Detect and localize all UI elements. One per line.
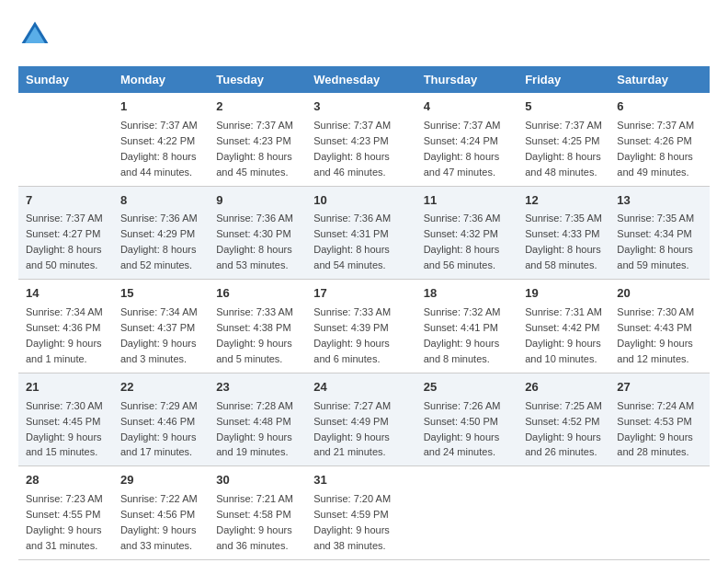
- day-number: 23: [216, 379, 299, 396]
- day-info: Sunrise: 7:34 AMSunset: 4:37 PMDaylight:…: [120, 306, 198, 364]
- week-row-5: 28 Sunrise: 7:23 AMSunset: 4:55 PMDaylig…: [18, 466, 710, 560]
- day-number: 15: [120, 285, 201, 303]
- day-number: 13: [617, 192, 702, 210]
- calendar-cell: 13 Sunrise: 7:35 AMSunset: 4:34 PMDaylig…: [609, 186, 710, 280]
- day-number: 8: [120, 192, 201, 210]
- day-number: 31: [313, 472, 408, 489]
- day-info: Sunrise: 7:22 AMSunset: 4:56 PMDaylight:…: [120, 493, 198, 551]
- day-number: 16: [216, 285, 299, 303]
- day-info: Sunrise: 7:26 AMSunset: 4:50 PMDaylight:…: [424, 400, 501, 458]
- day-info: Sunrise: 7:37 AMSunset: 4:25 PMDaylight:…: [525, 120, 602, 178]
- column-header-tuesday: Tuesday: [209, 66, 306, 93]
- calendar-cell: 12 Sunrise: 7:35 AMSunset: 4:33 PMDaylig…: [518, 186, 609, 280]
- calendar-cell: 16 Sunrise: 7:33 AMSunset: 4:38 PMDaylig…: [209, 280, 306, 373]
- week-row-1: 1 Sunrise: 7:37 AMSunset: 4:22 PMDayligh…: [18, 93, 710, 186]
- day-number: 17: [313, 285, 408, 303]
- page-header: [18, 18, 710, 52]
- calendar-cell: 4 Sunrise: 7:37 AMSunset: 4:24 PMDayligh…: [416, 93, 518, 186]
- calendar-cell: 11 Sunrise: 7:36 AMSunset: 4:32 PMDaylig…: [416, 186, 518, 280]
- column-header-wednesday: Wednesday: [306, 66, 415, 93]
- day-number: 18: [424, 285, 511, 303]
- day-number: 6: [617, 98, 702, 116]
- calendar-cell: 27 Sunrise: 7:24 AMSunset: 4:53 PMDaylig…: [609, 373, 710, 466]
- day-number: 28: [26, 472, 106, 489]
- day-info: Sunrise: 7:35 AMSunset: 4:34 PMDaylight:…: [617, 213, 694, 270]
- calendar-cell: 2 Sunrise: 7:37 AMSunset: 4:23 PMDayligh…: [209, 93, 306, 186]
- calendar-cell: 20 Sunrise: 7:30 AMSunset: 4:43 PMDaylig…: [609, 280, 710, 373]
- day-info: Sunrise: 7:36 AMSunset: 4:32 PMDaylight:…: [424, 213, 501, 270]
- day-info: Sunrise: 7:33 AMSunset: 4:39 PMDaylight:…: [313, 306, 391, 364]
- day-info: Sunrise: 7:37 AMSunset: 4:22 PMDaylight:…: [120, 120, 198, 178]
- day-info: Sunrise: 7:37 AMSunset: 4:24 PMDaylight:…: [424, 120, 501, 178]
- day-number: 20: [617, 285, 702, 303]
- calendar-cell: 29 Sunrise: 7:22 AMSunset: 4:56 PMDaylig…: [113, 466, 209, 560]
- day-info: Sunrise: 7:37 AMSunset: 4:23 PMDaylight:…: [216, 120, 293, 178]
- day-number: 26: [525, 379, 602, 396]
- calendar-cell: [518, 466, 609, 560]
- calendar-cell: 15 Sunrise: 7:34 AMSunset: 4:37 PMDaylig…: [113, 280, 209, 373]
- day-info: Sunrise: 7:33 AMSunset: 4:38 PMDaylight:…: [216, 306, 293, 364]
- day-info: Sunrise: 7:37 AMSunset: 4:27 PMDaylight:…: [26, 213, 103, 270]
- day-info: Sunrise: 7:20 AMSunset: 4:59 PMDaylight:…: [313, 493, 391, 551]
- calendar-cell: [609, 466, 710, 560]
- week-row-2: 7 Sunrise: 7:37 AMSunset: 4:27 PMDayligh…: [18, 186, 710, 280]
- calendar-cell: [416, 466, 518, 560]
- day-number: 3: [313, 98, 408, 116]
- day-info: Sunrise: 7:25 AMSunset: 4:52 PMDaylight:…: [525, 400, 602, 458]
- day-info: Sunrise: 7:30 AMSunset: 4:43 PMDaylight:…: [617, 306, 694, 364]
- day-number: 11: [424, 192, 511, 210]
- calendar-cell: 24 Sunrise: 7:27 AMSunset: 4:49 PMDaylig…: [306, 373, 415, 466]
- day-number: 2: [216, 98, 299, 116]
- day-number: 30: [216, 472, 299, 489]
- day-number: 12: [525, 192, 602, 210]
- day-info: Sunrise: 7:34 AMSunset: 4:36 PMDaylight:…: [26, 306, 103, 364]
- day-number: 19: [525, 285, 602, 303]
- calendar-cell: 10 Sunrise: 7:36 AMSunset: 4:31 PMDaylig…: [306, 186, 415, 280]
- logo: [18, 18, 57, 52]
- day-info: Sunrise: 7:21 AMSunset: 4:58 PMDaylight:…: [216, 493, 293, 551]
- calendar-cell: 6 Sunrise: 7:37 AMSunset: 4:26 PMDayligh…: [609, 93, 710, 186]
- day-number: 24: [313, 379, 408, 396]
- calendar-cell: 18 Sunrise: 7:32 AMSunset: 4:41 PMDaylig…: [416, 280, 518, 373]
- day-info: Sunrise: 7:36 AMSunset: 4:31 PMDaylight:…: [313, 213, 391, 270]
- calendar-cell: 9 Sunrise: 7:36 AMSunset: 4:30 PMDayligh…: [209, 186, 306, 280]
- day-info: Sunrise: 7:23 AMSunset: 4:55 PMDaylight:…: [26, 493, 103, 551]
- calendar-cell: 22 Sunrise: 7:29 AMSunset: 4:46 PMDaylig…: [113, 373, 209, 466]
- column-header-sunday: Sunday: [18, 66, 113, 93]
- day-info: Sunrise: 7:36 AMSunset: 4:29 PMDaylight:…: [120, 213, 198, 270]
- calendar-cell: 23 Sunrise: 7:28 AMSunset: 4:48 PMDaylig…: [209, 373, 306, 466]
- calendar-cell: 30 Sunrise: 7:21 AMSunset: 4:58 PMDaylig…: [209, 466, 306, 560]
- calendar-cell: 1 Sunrise: 7:37 AMSunset: 4:22 PMDayligh…: [113, 93, 209, 186]
- day-number: 4: [424, 98, 511, 116]
- calendar-cell: 26 Sunrise: 7:25 AMSunset: 4:52 PMDaylig…: [518, 373, 609, 466]
- calendar-cell: 31 Sunrise: 7:20 AMSunset: 4:59 PMDaylig…: [306, 466, 415, 560]
- calendar-cell: 7 Sunrise: 7:37 AMSunset: 4:27 PMDayligh…: [18, 186, 113, 280]
- day-info: Sunrise: 7:36 AMSunset: 4:30 PMDaylight:…: [216, 213, 293, 270]
- day-info: Sunrise: 7:32 AMSunset: 4:41 PMDaylight:…: [424, 306, 501, 364]
- day-number: 27: [617, 379, 702, 396]
- calendar-cell: 8 Sunrise: 7:36 AMSunset: 4:29 PMDayligh…: [113, 186, 209, 280]
- calendar-cell: [18, 93, 113, 186]
- day-info: Sunrise: 7:28 AMSunset: 4:48 PMDaylight:…: [216, 400, 293, 458]
- calendar-cell: 25 Sunrise: 7:26 AMSunset: 4:50 PMDaylig…: [416, 373, 518, 466]
- calendar-cell: 5 Sunrise: 7:37 AMSunset: 4:25 PMDayligh…: [518, 93, 609, 186]
- calendar-cell: 17 Sunrise: 7:33 AMSunset: 4:39 PMDaylig…: [306, 280, 415, 373]
- day-number: 5: [525, 98, 602, 116]
- day-info: Sunrise: 7:31 AMSunset: 4:42 PMDaylight:…: [525, 306, 602, 364]
- week-row-4: 21 Sunrise: 7:30 AMSunset: 4:45 PMDaylig…: [18, 373, 710, 466]
- day-number: 25: [424, 379, 511, 396]
- column-header-friday: Friday: [518, 66, 609, 93]
- day-number: 29: [120, 472, 201, 489]
- calendar-table: SundayMondayTuesdayWednesdayThursdayFrid…: [18, 66, 710, 560]
- column-header-monday: Monday: [113, 66, 209, 93]
- day-number: 14: [26, 285, 106, 303]
- column-headers: SundayMondayTuesdayWednesdayThursdayFrid…: [18, 66, 710, 93]
- calendar-cell: 3 Sunrise: 7:37 AMSunset: 4:23 PMDayligh…: [306, 93, 415, 186]
- day-number: 1: [120, 98, 201, 116]
- day-info: Sunrise: 7:37 AMSunset: 4:23 PMDaylight:…: [313, 120, 391, 178]
- day-info: Sunrise: 7:29 AMSunset: 4:46 PMDaylight:…: [120, 400, 198, 458]
- calendar-cell: 28 Sunrise: 7:23 AMSunset: 4:55 PMDaylig…: [18, 466, 113, 560]
- logo-icon: [18, 18, 51, 52]
- day-number: 9: [216, 192, 299, 210]
- day-number: 7: [26, 192, 106, 210]
